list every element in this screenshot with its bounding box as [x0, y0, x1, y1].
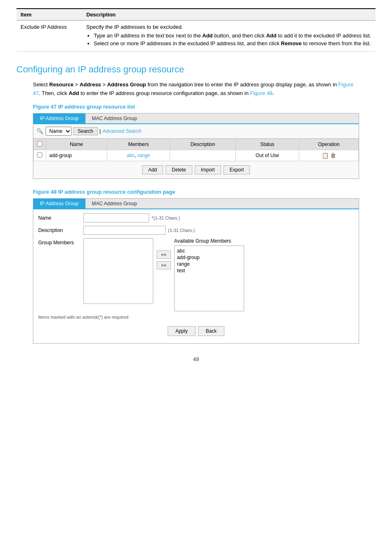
description-input[interactable] [83, 226, 166, 235]
name-input-wrap: *(1-31 Chars.) [83, 213, 180, 222]
advanced-search-link[interactable]: Advanced Search [102, 128, 141, 134]
col-checkbox [34, 139, 46, 150]
available-section: Available Group Members abc add-group ra… [174, 238, 244, 311]
doc-table: Item Description Exclude IP Address Spec… [16, 8, 376, 52]
separator: | [99, 128, 101, 134]
avail-item-add-group: add-group [176, 254, 242, 261]
search-select[interactable]: Name [46, 127, 71, 136]
figure48-label: Figure 48 IP address group resource conf… [33, 189, 359, 195]
figure47-panel: IP Address Group MAC Address Group 🔍 Nam… [33, 113, 359, 179]
group-members-listbox[interactable] [83, 238, 153, 304]
search-icon: 🔍 [37, 128, 43, 134]
table-row: add-group abc, range Out of Use 📋 🗑 [34, 150, 359, 161]
back-button[interactable]: Back [198, 326, 225, 336]
row-members-cell: abc, range [107, 150, 170, 161]
row-desc-cell [170, 150, 235, 161]
page-number: 49 [16, 356, 376, 362]
col-desc-header: Description [82, 9, 376, 21]
bold-address: Address [80, 81, 101, 88]
row-op-cell: 📋 🗑 [299, 150, 359, 161]
group-members-content: << >> Available Group Members abc add-gr… [83, 238, 244, 311]
bold-resource: Resource [49, 81, 74, 88]
section-title: Configuring an IP address group resource [16, 64, 376, 75]
group-members-label: Group Members [38, 238, 83, 246]
name-hint: *(1-31 Chars.) [152, 216, 180, 220]
item-cell: Exclude IP Address [16, 21, 82, 52]
name-input[interactable] [83, 213, 149, 222]
desc-text: Specify the IP addresses to be excluded. [86, 24, 183, 30]
op-icons: 📋 🗑 [302, 152, 355, 159]
import-button-47[interactable]: Import [195, 165, 221, 174]
figure47-btn-row: Add Delete Import Export [33, 161, 359, 178]
add-button-47[interactable]: Add [142, 165, 163, 174]
description-field-row: Description (1-31 Chars.) [38, 226, 354, 235]
apply-row: Apply Back [38, 323, 354, 339]
arrow-right-button[interactable]: >> [157, 261, 171, 269]
apply-button[interactable]: Apply [168, 326, 196, 336]
col-status-header: Status [235, 139, 299, 150]
figure48-link[interactable]: Figure 48 [250, 90, 273, 96]
export-button-47[interactable]: Export [224, 165, 250, 174]
table-row: Exclude IP Address Specify the IP addres… [16, 21, 376, 52]
tab-mac-address-group-48[interactable]: MAC Address Group [85, 199, 144, 209]
member-abc-link[interactable]: abc [127, 153, 135, 158]
row-checkbox-cell [34, 150, 46, 161]
avail-item-test: test [176, 267, 242, 274]
bullet-1: Type an IP address in the text box next … [94, 32, 371, 39]
description-input-wrap: (1-31 Chars.) [83, 226, 195, 235]
name-label: Name [38, 213, 83, 221]
body-text-1: Select Resource > Address > Address Grou… [33, 81, 359, 98]
col-members-header: Members [107, 139, 170, 150]
figure48-panel: IP Address Group MAC Address Group Name … [33, 198, 359, 344]
arrow-left-button[interactable]: << [157, 250, 171, 259]
select-all-checkbox[interactable] [37, 141, 42, 146]
name-field-row: Name *(1-31 Chars.) [38, 213, 354, 222]
description-label: Description [38, 226, 83, 233]
bold-add: Add [69, 90, 79, 96]
figure47-tab-bar: IP Address Group MAC Address Group [33, 114, 359, 124]
tab-mac-address-group-47[interactable]: MAC Address Group [85, 114, 144, 123]
config-form: Name *(1-31 Chars.) Description (1-31 Ch… [33, 209, 359, 343]
col-operation-header: Operation [299, 139, 359, 150]
tab-ip-address-group-47[interactable]: IP Address Group [33, 114, 85, 123]
copy-icon[interactable]: 📋 [322, 152, 329, 159]
row-status-cell: Out of Use [235, 150, 299, 161]
bold-address-group: Address Group [107, 81, 146, 88]
avail-item-range: range [176, 261, 242, 267]
figure47-data-table: Name Members Description Status Operatio… [33, 139, 359, 161]
figure47-label: Figure 47 IP address group resource list [33, 104, 359, 110]
member-range-link[interactable]: range [138, 153, 150, 158]
row-checkbox[interactable] [37, 152, 42, 158]
arrow-buttons: << >> [157, 238, 171, 269]
footer-note: Items marked with an asterisk(*) are req… [38, 315, 354, 320]
available-listbox[interactable]: abc add-group range test [174, 246, 244, 311]
row-name-cell: add-group [46, 150, 107, 161]
col-name-header: Name [46, 139, 107, 150]
figure47-search-bar: 🔍 Name Search | Advanced Search [33, 124, 359, 139]
delete-button-47[interactable]: Delete [166, 165, 192, 174]
avail-item-abc: abc [176, 248, 242, 254]
col-description-header: Description [170, 139, 235, 150]
tab-ip-address-group-48[interactable]: IP Address Group [33, 199, 85, 209]
group-members-row: Group Members << >> Available Group Memb… [38, 238, 354, 311]
bullet-2: Select one or more IP addresses in the e… [94, 40, 371, 46]
col-item-header: Item [16, 9, 82, 21]
figure48-tab-bar: IP Address Group MAC Address Group [33, 199, 359, 209]
description-hint: (1-31 Chars.) [168, 228, 195, 233]
available-label: Available Group Members [174, 238, 244, 244]
desc-cell: Specify the IP addresses to be excluded.… [82, 21, 376, 52]
search-button[interactable]: Search [73, 127, 98, 135]
delete-icon[interactable]: 🗑 [330, 152, 336, 159]
